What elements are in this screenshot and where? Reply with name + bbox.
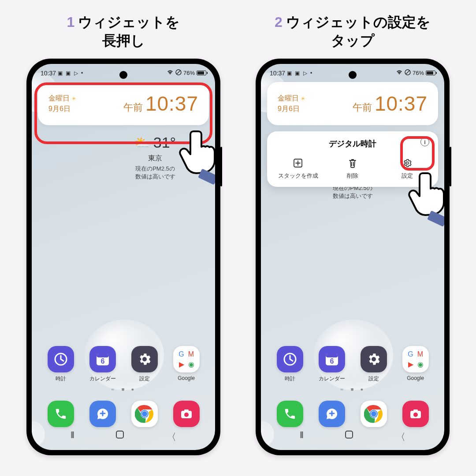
svg-rect-13 bbox=[198, 169, 215, 185]
popup-item-label: 設定 bbox=[382, 172, 433, 180]
plus-box-icon bbox=[272, 157, 324, 169]
wifi-icon bbox=[167, 70, 174, 77]
app-phone[interactable] bbox=[41, 401, 81, 430]
sun-icon: ☀ bbox=[301, 96, 305, 102]
popup-create-stack-button[interactable]: スタックを作成 bbox=[271, 155, 325, 182]
weather-temp: 31° bbox=[153, 134, 176, 151]
status-time: 10:37 bbox=[41, 70, 56, 77]
page-indicator[interactable]: ＝ ■ ● bbox=[40, 386, 207, 393]
app-google-folder[interactable]: GM▶◉ Google bbox=[167, 346, 206, 383]
app-messages[interactable] bbox=[83, 401, 123, 430]
chrome-icon bbox=[361, 401, 387, 427]
digital-clock-widget[interactable]: 金曜日☀ 9月6日 午前 10:37 bbox=[267, 82, 438, 125]
phone-icon bbox=[277, 401, 303, 427]
calendar-icon: 6 bbox=[319, 346, 345, 372]
app-label: 設定 bbox=[125, 375, 164, 383]
app-camera[interactable] bbox=[167, 401, 206, 430]
popup-settings-button[interactable]: 設定 bbox=[380, 155, 435, 182]
app-chrome[interactable] bbox=[125, 401, 164, 430]
weather-city: 東京 bbox=[111, 154, 199, 163]
app-label: カレンダー bbox=[312, 375, 352, 383]
app-label: Google bbox=[167, 375, 206, 381]
app-label: 設定 bbox=[354, 375, 394, 383]
app-label: カレンダー bbox=[83, 375, 123, 383]
clock-ampm: 午前 bbox=[123, 101, 143, 114]
clock-ampm: 午前 bbox=[353, 101, 372, 114]
phone-frame-2: 10:37 ▣ ▣ ▷ • 76% bbox=[256, 59, 450, 455]
nav-home-button[interactable] bbox=[345, 431, 353, 439]
chat-icon bbox=[319, 401, 345, 427]
trash-icon bbox=[327, 157, 378, 169]
step-1-number: 1 bbox=[67, 14, 75, 30]
popup-delete-button[interactable]: 削除 bbox=[325, 155, 380, 182]
app-clock[interactable]: 時計 bbox=[41, 346, 81, 383]
sun-icon: ☀ bbox=[71, 96, 76, 102]
status-time: 10:37 bbox=[270, 70, 285, 77]
phone-screen-2: 10:37 ▣ ▣ ▷ • 76% bbox=[261, 64, 444, 450]
clock-time: 10:37 bbox=[145, 92, 198, 115]
clock-icon bbox=[48, 346, 74, 372]
digital-clock-widget[interactable]: 金曜日☀ 9月6日 午前 10:37 bbox=[38, 82, 209, 125]
calendar-icon: 6 bbox=[89, 346, 116, 372]
step-1: 1ウィジェットを 長押し 10:37 ▣ ▣ ▷ • bbox=[13, 13, 234, 455]
battery-percent: 76% bbox=[413, 70, 424, 76]
dnd-icon bbox=[175, 69, 182, 77]
svg-text:6: 6 bbox=[330, 357, 334, 365]
step-2-number: 2 bbox=[275, 14, 283, 30]
app-settings[interactable]: 設定 bbox=[125, 346, 164, 383]
camera-icon bbox=[402, 401, 429, 427]
app-chrome[interactable] bbox=[354, 401, 394, 430]
svg-point-12 bbox=[184, 413, 189, 417]
status-left: 10:37 ▣ ▣ ▷ • bbox=[270, 70, 313, 77]
svg-line-1 bbox=[177, 71, 180, 74]
settings-icon bbox=[361, 346, 387, 372]
app-calendar[interactable]: 6 カレンダー bbox=[83, 346, 123, 383]
svg-point-25 bbox=[371, 411, 376, 416]
nav-home-button[interactable] bbox=[116, 431, 124, 439]
clock-widget-day: 金曜日 bbox=[278, 94, 299, 102]
popup-item-label: スタックを作成 bbox=[272, 172, 324, 180]
google-folder-icon: GM▶◉ bbox=[402, 346, 429, 372]
app-calendar[interactable]: 6 カレンダー bbox=[312, 346, 352, 383]
status-left: 10:37 ▣ ▣ ▷ • bbox=[41, 70, 84, 77]
step-2: 2ウィジェットの設定を タップ 10:37 ▣ ▣ ▷ • bbox=[242, 13, 463, 455]
app-clock[interactable]: 時計 bbox=[270, 346, 310, 383]
svg-rect-11 bbox=[184, 409, 189, 412]
clock-widget-date-text: 9月6日 bbox=[278, 105, 300, 112]
app-google-folder[interactable]: GM▶◉ Google bbox=[396, 346, 435, 383]
camera-hole-icon bbox=[349, 71, 357, 79]
svg-rect-4 bbox=[97, 354, 109, 357]
clock-widget-date-text: 9月6日 bbox=[48, 105, 71, 112]
step-2-title-line1: ウィジェットの設定を bbox=[286, 14, 431, 30]
camera-icon bbox=[173, 401, 200, 427]
dock bbox=[40, 401, 207, 430]
weather-icon: ⛅ bbox=[134, 135, 150, 150]
home-apps: 時計 6 カレンダー 設定 bbox=[32, 346, 215, 433]
app-camera[interactable] bbox=[396, 401, 435, 430]
info-icon[interactable]: i bbox=[420, 138, 429, 146]
step-2-title-line2: タップ bbox=[331, 33, 375, 48]
phone-icon bbox=[48, 401, 74, 427]
popup-item-label: 削除 bbox=[327, 172, 378, 180]
weather-widget[interactable]: ⛅ 31° 東京 現在のPM2.5の 数値は高いです bbox=[111, 134, 199, 181]
dock bbox=[269, 401, 436, 430]
page-indicator[interactable]: ＝ ■ ● bbox=[269, 386, 436, 393]
nav-recent-button[interactable]: ||| bbox=[300, 431, 302, 444]
app-label: 時計 bbox=[270, 375, 310, 383]
status-notification-icons: ▣ ▣ ▷ • bbox=[58, 70, 84, 76]
nav-back-button[interactable]: 〈 bbox=[396, 431, 405, 444]
app-settings[interactable]: 設定 bbox=[354, 346, 394, 383]
app-phone[interactable] bbox=[270, 401, 310, 430]
nav-recent-button[interactable]: ||| bbox=[71, 431, 73, 444]
status-right: 76% bbox=[396, 69, 435, 77]
app-label: Google bbox=[396, 375, 435, 381]
app-messages[interactable] bbox=[312, 401, 352, 430]
status-right: 76% bbox=[167, 69, 206, 77]
widget-context-menu: デジタル時計 i スタックを作成 bbox=[267, 131, 438, 187]
clock-time: 10:37 bbox=[375, 92, 428, 115]
step-1-title: 1ウィジェットを 長押し bbox=[13, 13, 234, 50]
status-notification-icons: ▣ ▣ ▷ • bbox=[287, 70, 313, 76]
gear-icon bbox=[382, 157, 433, 169]
google-folder-icon: GM▶◉ bbox=[173, 346, 200, 372]
nav-back-button[interactable]: 〈 bbox=[167, 431, 176, 444]
